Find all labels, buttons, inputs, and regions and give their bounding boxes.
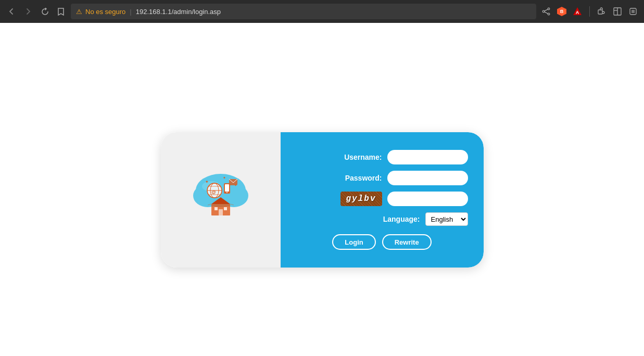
username-label: Username: — [335, 153, 382, 161]
forward-button[interactable] — [22, 5, 34, 18]
svg-text:✦: ✦ — [223, 176, 226, 180]
share-icon[interactable] — [540, 6, 552, 17]
security-label: No es seguro — [85, 8, 125, 16]
page-content: ✦ ✦ ✦ @ — [0, 23, 644, 356]
cloud-illustration: ✦ ✦ ✦ @ — [184, 163, 257, 236]
svg-point-1 — [542, 10, 545, 12]
left-panel: ✦ ✦ ✦ @ — [161, 132, 281, 268]
bookmark-icon[interactable] — [55, 6, 67, 17]
login-card: ✦ ✦ ✦ @ — [161, 132, 484, 268]
svg-rect-39 — [224, 207, 227, 210]
svg-rect-10 — [598, 10, 602, 14]
svg-point-0 — [548, 8, 550, 10]
password-label: Password: — [335, 174, 382, 182]
svg-text:✦: ✦ — [234, 184, 237, 187]
username-row: Username: — [296, 150, 468, 164]
brave-shield-icon[interactable]: B — [556, 6, 567, 17]
brave-menu-icon[interactable] — [627, 6, 639, 17]
back-button[interactable] — [5, 5, 18, 18]
security-warning-icon: ⚠ — [76, 8, 82, 16]
captcha-row: gylbv — [296, 192, 468, 206]
password-input[interactable] — [387, 171, 468, 185]
svg-line-3 — [545, 9, 548, 11]
captcha-image: gylbv — [340, 192, 382, 206]
password-row: Password: — [296, 171, 468, 185]
browser-chrome: ⚠ No es seguro | 192.168.1.1/admin/login… — [0, 0, 644, 23]
login-button[interactable]: Login — [332, 234, 375, 250]
language-select[interactable]: English Chinese — [425, 212, 468, 226]
language-row: Language: English Chinese — [296, 212, 468, 226]
svg-point-2 — [548, 13, 550, 15]
username-input[interactable] — [387, 150, 468, 164]
svg-text:@: @ — [211, 189, 216, 195]
svg-rect-38 — [214, 207, 218, 210]
language-label: Language: — [373, 215, 420, 223]
divider — [589, 6, 590, 17]
captcha-text: gylbv — [346, 194, 376, 204]
svg-text:B: B — [560, 9, 564, 14]
reload-button[interactable] — [39, 5, 51, 18]
extensions-icon[interactable] — [596, 6, 608, 17]
layout-icon[interactable] — [612, 6, 623, 17]
svg-point-30 — [226, 192, 228, 193]
svg-line-4 — [545, 12, 548, 14]
right-panel: Username: Password: gylbv Language: Engl… — [281, 132, 484, 268]
button-row: Login Rewrite — [296, 234, 468, 250]
svg-text:A: A — [576, 10, 579, 15]
svg-text:✦: ✦ — [205, 180, 209, 184]
svg-rect-29 — [225, 184, 229, 192]
adblock-icon[interactable]: A — [572, 6, 583, 17]
url-text: 192.168.1.1/admin/login.asp — [136, 8, 221, 16]
rewrite-button[interactable]: Rewrite — [382, 234, 432, 250]
captcha-input[interactable] — [387, 192, 468, 206]
svg-rect-40 — [219, 209, 223, 215]
address-bar[interactable]: ⚠ No es seguro | 192.168.1.1/admin/login… — [71, 4, 536, 19]
separator: | — [130, 8, 131, 16]
